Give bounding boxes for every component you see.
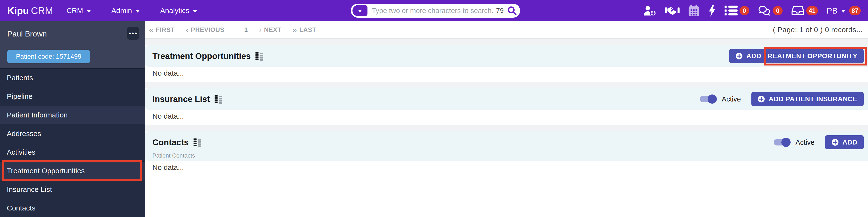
insurance-list-section: Insurance List Active xyxy=(145,88,868,125)
add-contact-label: ADD xyxy=(842,139,857,146)
column-list-icon[interactable] xyxy=(215,95,223,104)
section-divider xyxy=(145,125,868,132)
user-menu[interactable]: PB 87 xyxy=(827,6,861,15)
add-patient-insurance-button[interactable]: ADD PATIENT INSURANCE xyxy=(751,92,864,106)
contacts-section: Contacts Active xyxy=(145,132,868,176)
nav-analytics[interactable]: Analytics xyxy=(160,6,197,15)
add-person-icon xyxy=(643,5,656,16)
chevron-down-icon xyxy=(87,10,91,12)
insurance-list-header: Insurance List Active xyxy=(145,88,868,110)
pagination-next-label: NEXT xyxy=(264,26,281,34)
nav-analytics-label: Analytics xyxy=(160,6,189,15)
more-options-button[interactable]: ●●● xyxy=(127,27,139,40)
treatment-opportunities-header: Treatment Opportunities ADD TREATMENT OP xyxy=(145,45,868,67)
pagination-last-button[interactable]: » LAST xyxy=(292,25,316,34)
messages-badge: 0 xyxy=(773,6,783,15)
plus-circle-icon xyxy=(736,52,743,60)
tasks-button[interactable]: 0 xyxy=(724,6,749,16)
add-person-button[interactable] xyxy=(643,5,656,16)
insurance-active-toggle[interactable] xyxy=(700,95,717,104)
messages-button[interactable]: 0 xyxy=(758,5,783,16)
header-actions: Active ADD PATIENT INSURANCE xyxy=(700,92,864,106)
chevron-down-icon xyxy=(358,10,362,12)
chevron-down-icon xyxy=(193,10,197,12)
contacts-empty: No data... xyxy=(145,161,868,176)
contacts-title: Contacts xyxy=(152,138,189,147)
sidebar-item-activities[interactable]: Activities xyxy=(0,143,145,162)
insurance-list-title: Insurance List xyxy=(152,94,210,104)
sidebar-item-insurance-list[interactable]: Insurance List xyxy=(0,180,145,199)
logo-bold: Kipu xyxy=(7,5,29,16)
add-patient-insurance-label: ADD PATIENT INSURANCE xyxy=(769,95,857,103)
chevron-right-icon: › xyxy=(259,25,261,34)
search-counter: 79 xyxy=(496,7,504,14)
contacts-header: Contacts Active xyxy=(145,132,868,161)
contacts-subtitle: Patient Contacts xyxy=(152,152,195,159)
main-layout: Paul Brown ●●● Patient code: 1571499 Pat… xyxy=(0,21,868,217)
search-category-dropdown[interactable] xyxy=(352,5,368,16)
pagination-previous-label: PREVIOUS xyxy=(191,26,224,34)
contacts-active-label: Active xyxy=(796,139,814,146)
calendar-button[interactable] xyxy=(688,5,700,17)
chat-icon xyxy=(758,5,771,16)
search-input[interactable] xyxy=(372,7,494,15)
section-divider xyxy=(145,82,868,88)
patient-summary: Paul Brown ●●● Patient code: 1571499 xyxy=(0,21,145,68)
top-bar: KipuCRM CRM Admin Analytics 79 xyxy=(0,0,868,21)
insurance-list-empty: No data... xyxy=(145,110,868,125)
ellipsis-icon: ●●● xyxy=(129,31,138,36)
top-icon-row: 0 0 41 PB 87 xyxy=(643,4,861,17)
sidebar-item-contacts[interactable]: Contacts xyxy=(0,199,145,217)
nav-crm[interactable]: CRM xyxy=(66,6,91,15)
pagination-summary: ( Page: 1 of 0 ) 0 records... xyxy=(773,26,864,34)
user-notifications-badge: 87 xyxy=(849,6,861,15)
contacts-header-row: Contacts Active xyxy=(152,135,864,149)
chevron-left-icon: ‹ xyxy=(186,25,188,34)
add-contact-button[interactable]: ADD xyxy=(825,135,864,149)
pagination-page-number[interactable]: 1 xyxy=(244,26,248,34)
section-divider xyxy=(145,39,868,45)
handshake-icon xyxy=(665,6,680,16)
section-title: Contacts xyxy=(152,138,202,147)
patient-sidebar: Paul Brown ●●● Patient code: 1571499 Pat… xyxy=(0,21,145,217)
patient-code-badge: Patient code: 1571499 xyxy=(7,50,90,63)
sidebar-item-patients[interactable]: Patients xyxy=(0,69,145,87)
top-nav: CRM Admin Analytics xyxy=(66,6,197,15)
global-search: 79 xyxy=(351,4,520,17)
search-icon[interactable] xyxy=(507,6,517,15)
header-actions: ADD TREATMENT OPPORTUNITY xyxy=(729,49,864,63)
sidebar-item-pipeline[interactable]: Pipeline xyxy=(0,87,145,106)
treatment-opportunities-empty: No data... xyxy=(145,67,868,82)
header-actions: Active ADD xyxy=(774,135,864,149)
nav-admin[interactable]: Admin xyxy=(111,6,140,15)
user-initials: PB xyxy=(827,6,838,15)
toggle-knob xyxy=(781,138,790,147)
column-list-icon[interactable] xyxy=(193,138,202,147)
sidebar-item-addresses[interactable]: Addresses xyxy=(0,124,145,143)
inbox-badge: 41 xyxy=(806,6,818,15)
pagination-bar: « FIRST ‹ PREVIOUS 1 › NEXT » LAST ( Pag… xyxy=(145,21,868,39)
nav-admin-label: Admin xyxy=(111,6,132,15)
pagination-first-button[interactable]: « FIRST xyxy=(149,25,175,34)
contacts-active-toggle[interactable] xyxy=(774,138,790,147)
pagination-next-button[interactable]: › NEXT xyxy=(259,25,281,34)
tasks-list-icon xyxy=(724,6,738,16)
add-treatment-opportunity-button[interactable]: ADD TREATMENT OPPORTUNITY xyxy=(729,49,864,63)
handshake-button[interactable] xyxy=(665,6,680,16)
sidebar-nav: Patients Pipeline Patient Information Ad… xyxy=(0,68,145,217)
sidebar-item-patient-information[interactable]: Patient Information xyxy=(0,106,145,124)
inbox-icon xyxy=(791,6,804,16)
toggle-knob xyxy=(708,95,717,104)
inbox-button[interactable]: 41 xyxy=(791,6,818,16)
nav-crm-label: CRM xyxy=(66,6,83,15)
pagination-previous-button[interactable]: ‹ PREVIOUS xyxy=(186,25,224,34)
pagination-last-label: LAST xyxy=(299,26,316,34)
sidebar-item-treatment-opportunities[interactable]: Treatment Opportunities xyxy=(0,162,145,180)
chevron-down-icon xyxy=(135,10,140,12)
app-logo: KipuCRM xyxy=(7,5,53,16)
double-chevron-left-icon: « xyxy=(149,25,153,34)
quick-actions-button[interactable] xyxy=(708,4,716,17)
column-list-icon[interactable] xyxy=(255,52,264,61)
logo-light: CRM xyxy=(31,5,53,16)
section-title: Treatment Opportunities xyxy=(152,51,264,61)
